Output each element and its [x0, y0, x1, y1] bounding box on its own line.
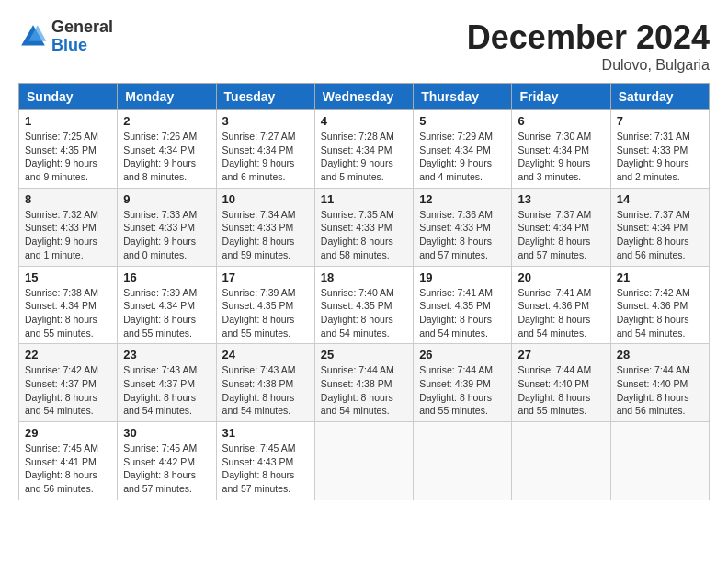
day-info: Sunrise: 7:28 AMSunset: 4:34 PMDaylight:…: [321, 131, 394, 182]
day-info: Sunrise: 7:42 AMSunset: 4:37 PMDaylight:…: [25, 364, 98, 416]
day-number: 20: [518, 270, 604, 284]
calendar-cell: 15 Sunrise: 7:38 AMSunset: 4:34 PMDaylig…: [19, 266, 118, 344]
month-title: December 2024: [467, 18, 710, 57]
day-info: Sunrise: 7:44 AMSunset: 4:40 PMDaylight:…: [518, 364, 591, 416]
day-number: 15: [25, 270, 111, 284]
weekday-header: Friday: [512, 84, 610, 110]
calendar-cell: 12 Sunrise: 7:36 AMSunset: 4:33 PMDaylig…: [414, 188, 512, 266]
day-number: 13: [518, 192, 604, 206]
calendar-cell: 22 Sunrise: 7:42 AMSunset: 4:37 PMDaylig…: [19, 344, 118, 422]
day-info: Sunrise: 7:43 AMSunset: 4:37 PMDaylight:…: [123, 364, 197, 416]
day-number: 24: [222, 348, 309, 362]
day-number: 14: [617, 192, 703, 206]
day-info: Sunrise: 7:39 AMSunset: 4:34 PMDaylight:…: [123, 287, 197, 339]
calendar-cell: 28 Sunrise: 7:44 AMSunset: 4:40 PMDaylig…: [610, 344, 709, 422]
day-number: 11: [321, 192, 407, 206]
day-number: 17: [222, 270, 309, 284]
calendar-cell: 29 Sunrise: 7:45 AMSunset: 4:41 PMDaylig…: [19, 422, 118, 500]
day-info: Sunrise: 7:31 AMSunset: 4:33 PMDaylight:…: [617, 131, 690, 182]
day-info: Sunrise: 7:44 AMSunset: 4:38 PMDaylight:…: [321, 364, 394, 416]
day-number: 1: [25, 114, 111, 128]
calendar-cell: 5 Sunrise: 7:29 AMSunset: 4:34 PMDayligh…: [414, 110, 512, 189]
day-number: 6: [518, 114, 604, 128]
day-number: 18: [321, 270, 407, 284]
calendar-cell: 30 Sunrise: 7:45 AMSunset: 4:42 PMDaylig…: [118, 422, 216, 500]
calendar-week-row: 8 Sunrise: 7:32 AMSunset: 4:33 PMDayligh…: [19, 188, 710, 266]
day-info: Sunrise: 7:44 AMSunset: 4:39 PMDaylight:…: [419, 364, 493, 416]
calendar-cell: 23 Sunrise: 7:43 AMSunset: 4:37 PMDaylig…: [118, 344, 216, 422]
calendar-cell: 26 Sunrise: 7:44 AMSunset: 4:39 PMDaylig…: [414, 344, 512, 422]
calendar-cell: 11 Sunrise: 7:35 AMSunset: 4:33 PMDaylig…: [314, 188, 413, 266]
day-info: Sunrise: 7:37 AMSunset: 4:34 PMDaylight:…: [617, 209, 690, 260]
day-info: Sunrise: 7:41 AMSunset: 4:35 PMDaylight:…: [419, 287, 493, 339]
weekday-header: Tuesday: [216, 84, 314, 110]
day-info: Sunrise: 7:30 AMSunset: 4:34 PMDaylight:…: [518, 131, 591, 182]
day-info: Sunrise: 7:27 AMSunset: 4:34 PMDaylight:…: [222, 131, 296, 182]
calendar-cell: 7 Sunrise: 7:31 AMSunset: 4:33 PMDayligh…: [610, 110, 709, 189]
calendar-cell: [512, 422, 610, 500]
calendar-cell: 17 Sunrise: 7:39 AMSunset: 4:35 PMDaylig…: [216, 266, 314, 344]
calendar-cell: 10 Sunrise: 7:34 AMSunset: 4:33 PMDaylig…: [216, 188, 314, 266]
calendar-cell: 9 Sunrise: 7:33 AMSunset: 4:33 PMDayligh…: [118, 188, 216, 266]
day-info: Sunrise: 7:26 AMSunset: 4:34 PMDaylight:…: [123, 131, 197, 182]
calendar-cell: [314, 422, 413, 500]
location: Dulovo, Bulgaria: [467, 57, 710, 74]
day-info: Sunrise: 7:45 AMSunset: 4:41 PMDaylight:…: [25, 442, 98, 494]
title-area: December 2024 Dulovo, Bulgaria: [467, 18, 710, 74]
day-number: 28: [617, 348, 703, 362]
calendar-week-row: 15 Sunrise: 7:38 AMSunset: 4:34 PMDaylig…: [19, 266, 710, 344]
day-number: 10: [222, 192, 309, 206]
day-info: Sunrise: 7:45 AMSunset: 4:43 PMDaylight:…: [222, 442, 296, 494]
day-number: 8: [25, 192, 111, 206]
day-info: Sunrise: 7:37 AMSunset: 4:34 PMDaylight:…: [518, 209, 591, 260]
day-info: Sunrise: 7:43 AMSunset: 4:38 PMDaylight:…: [222, 364, 296, 416]
calendar-cell: 31 Sunrise: 7:45 AMSunset: 4:43 PMDaylig…: [216, 422, 314, 500]
calendar-cell: 19 Sunrise: 7:41 AMSunset: 4:35 PMDaylig…: [414, 266, 512, 344]
calendar-week-row: 1 Sunrise: 7:25 AMSunset: 4:35 PMDayligh…: [19, 110, 710, 189]
calendar: SundayMondayTuesdayWednesdayThursdayFrid…: [18, 83, 710, 500]
day-info: Sunrise: 7:42 AMSunset: 4:36 PMDaylight:…: [617, 287, 690, 339]
calendar-cell: [610, 422, 709, 500]
day-number: 29: [25, 426, 111, 440]
day-info: Sunrise: 7:29 AMSunset: 4:34 PMDaylight:…: [419, 131, 493, 182]
day-number: 30: [123, 426, 210, 440]
calendar-week-row: 22 Sunrise: 7:42 AMSunset: 4:37 PMDaylig…: [19, 344, 710, 422]
weekday-header: Monday: [118, 84, 216, 110]
day-info: Sunrise: 7:38 AMSunset: 4:34 PMDaylight:…: [25, 287, 98, 339]
weekday-header: Sunday: [19, 84, 118, 110]
calendar-cell: 3 Sunrise: 7:27 AMSunset: 4:34 PMDayligh…: [216, 110, 314, 189]
day-number: 7: [617, 114, 703, 128]
weekday-header: Thursday: [414, 84, 512, 110]
calendar-cell: 21 Sunrise: 7:42 AMSunset: 4:36 PMDaylig…: [610, 266, 709, 344]
day-number: 12: [419, 192, 506, 206]
day-info: Sunrise: 7:39 AMSunset: 4:35 PMDaylight:…: [222, 287, 296, 339]
day-info: Sunrise: 7:35 AMSunset: 4:33 PMDaylight:…: [321, 209, 394, 260]
calendar-cell: 2 Sunrise: 7:26 AMSunset: 4:34 PMDayligh…: [118, 110, 216, 189]
calendar-cell: 20 Sunrise: 7:41 AMSunset: 4:36 PMDaylig…: [512, 266, 610, 344]
calendar-cell: 18 Sunrise: 7:40 AMSunset: 4:35 PMDaylig…: [314, 266, 413, 344]
day-number: 3: [222, 114, 309, 128]
calendar-cell: 8 Sunrise: 7:32 AMSunset: 4:33 PMDayligh…: [19, 188, 118, 266]
day-number: 23: [123, 348, 210, 362]
logo-blue-text: Blue: [51, 37, 113, 55]
calendar-header-row: SundayMondayTuesdayWednesdayThursdayFrid…: [19, 84, 710, 110]
weekday-header: Saturday: [610, 84, 709, 110]
day-info: Sunrise: 7:45 AMSunset: 4:42 PMDaylight:…: [123, 442, 197, 494]
calendar-cell: 14 Sunrise: 7:37 AMSunset: 4:34 PMDaylig…: [610, 188, 709, 266]
day-number: 21: [617, 270, 703, 284]
day-number: 9: [123, 192, 210, 206]
day-number: 26: [419, 348, 506, 362]
day-info: Sunrise: 7:40 AMSunset: 4:35 PMDaylight:…: [321, 287, 394, 339]
day-info: Sunrise: 7:33 AMSunset: 4:33 PMDaylight:…: [123, 209, 197, 260]
calendar-cell: 16 Sunrise: 7:39 AMSunset: 4:34 PMDaylig…: [118, 266, 216, 344]
day-info: Sunrise: 7:25 AMSunset: 4:35 PMDaylight:…: [25, 131, 98, 182]
day-info: Sunrise: 7:41 AMSunset: 4:36 PMDaylight:…: [518, 287, 591, 339]
calendar-week-row: 29 Sunrise: 7:45 AMSunset: 4:41 PMDaylig…: [19, 422, 710, 500]
logo-icon: [18, 22, 48, 52]
day-info: Sunrise: 7:32 AMSunset: 4:33 PMDaylight:…: [25, 209, 98, 260]
calendar-cell: [414, 422, 512, 500]
calendar-cell: 13 Sunrise: 7:37 AMSunset: 4:34 PMDaylig…: [512, 188, 610, 266]
day-number: 16: [123, 270, 210, 284]
day-number: 2: [123, 114, 210, 128]
logo: General Blue: [18, 18, 113, 55]
